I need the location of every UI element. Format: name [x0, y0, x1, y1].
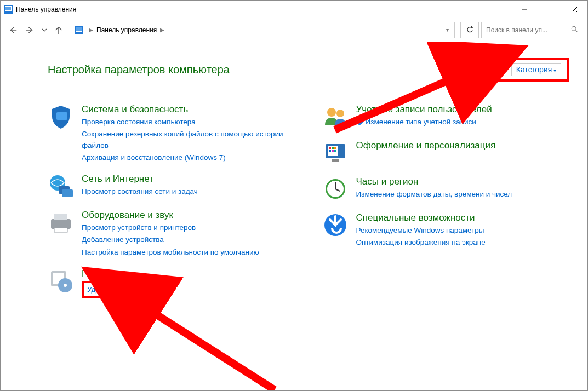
close-button[interactable] [562, 1, 587, 18]
globe-network-icon [48, 173, 74, 199]
categories-left-column: Система и безопасностьПроверка состояния… [48, 104, 295, 298]
shield-monitor-icon [48, 104, 74, 130]
up-button[interactable] [51, 22, 66, 38]
category-body: Система и безопасностьПроверка состояния… [82, 104, 295, 163]
search-placeholder: Поиск в панели уп... [486, 26, 547, 34]
category-title[interactable]: Программы [82, 268, 167, 280]
category-body: Оформление и персонализация [356, 140, 496, 166]
chevron-down-icon[interactable]: ▾ [443, 27, 452, 33]
category-link[interactable]: Настройка параметров мобильности по умол… [82, 247, 259, 258]
view-by-control: Просмотр: Категория [463, 58, 569, 82]
svg-rect-4 [547, 7, 552, 12]
category-link[interactable]: Сохранение резервных копий файлов с помо… [82, 129, 295, 151]
category-item: Оборудование и звукПросмотр устройств и … [48, 209, 295, 258]
back-button[interactable] [5, 22, 20, 38]
content-header: Настройка параметров компьютера Просмотр… [48, 58, 569, 82]
svg-rect-32 [329, 150, 331, 152]
control-panel-window: Панель управления ▶ Панель управления ▶ [0, 0, 588, 391]
chevron-right-icon: ▶ [85, 27, 96, 33]
address-bar[interactable]: ▶ Панель управления ▶ ▾ [72, 22, 455, 38]
category-title[interactable]: Система и безопасность [82, 104, 295, 116]
svg-point-26 [336, 110, 344, 117]
categories-container: Система и безопасностьПроверка состояния… [48, 104, 569, 298]
category-body: Оборудование и звукПросмотр устройств и … [82, 209, 259, 258]
annotation-highlight: Удаление программы [82, 281, 167, 298]
category-body: Учетные записи пользователейИзменение ти… [356, 104, 492, 130]
category-body: Сеть и ИнтернетПросмотр состояния сети и… [82, 173, 198, 199]
svg-rect-29 [329, 147, 331, 150]
svg-line-13 [575, 30, 577, 32]
svg-rect-11 [76, 27, 82, 31]
recent-dropdown[interactable] [40, 22, 49, 38]
svg-rect-35 [332, 159, 339, 162]
accessibility-icon [322, 212, 349, 238]
view-by-dropdown[interactable]: Категория [511, 63, 561, 76]
svg-rect-19 [54, 214, 67, 220]
printer-devices-icon [48, 209, 74, 235]
svg-rect-34 [334, 150, 336, 152]
content-area: Настройка параметров компьютера Просмотр… [1, 42, 587, 390]
category-body: Специальные возможностиРекомендуемые Win… [356, 212, 486, 249]
category-item: Специальные возможностиРекомендуемые Win… [322, 212, 569, 249]
category-link[interactable]: Добавление устройства [82, 234, 259, 245]
svg-rect-2 [5, 7, 11, 10]
category-item: Учетные записи пользователейИзменение ти… [322, 104, 569, 130]
minimize-button[interactable] [512, 1, 537, 18]
svg-rect-31 [334, 147, 336, 150]
category-title[interactable]: Оборудование и звук [82, 209, 259, 221]
categories-right-column: Учетные записи пользователейИзменение ти… [322, 104, 569, 298]
category-link[interactable]: Проверка состояния компьютера [82, 117, 295, 128]
category-item: Сеть и ИнтернетПросмотр состояния сети и… [48, 173, 295, 199]
category-link[interactable]: Изменение типа учетной записи [356, 117, 492, 128]
app-icon [4, 5, 13, 14]
category-title[interactable]: Специальные возможности [356, 212, 486, 224]
window-title: Панель управления [16, 5, 512, 13]
page-title: Настройка параметров компьютера [48, 64, 230, 76]
category-body: ПрограммыУдаление программы [82, 268, 167, 298]
search-box[interactable]: Поиск в панели уп... [481, 22, 583, 38]
titlebar: Панель управления [1, 1, 587, 18]
refresh-button[interactable] [460, 22, 479, 38]
view-by-label: Просмотр: [471, 65, 508, 74]
navbar: ▶ Панель управления ▶ ▾ Поиск в панели у… [1, 18, 587, 42]
category-link[interactable]: Просмотр состояния сети и задач [82, 186, 198, 197]
category-title[interactable]: Учетные записи пользователей [356, 104, 492, 116]
category-title[interactable]: Часы и регион [356, 176, 512, 188]
svg-line-42 [146, 308, 275, 390]
chevron-right-icon[interactable]: ▶ [157, 27, 168, 33]
category-item: Оформление и персонализация [322, 140, 569, 166]
svg-rect-17 [62, 189, 73, 197]
category-link[interactable]: Рекомендуемые Windows параметры [356, 225, 486, 236]
category-body: Часы и регионИзменение форматов даты, вр… [356, 176, 512, 202]
svg-rect-18 [51, 219, 71, 229]
address-icon [75, 26, 83, 34]
personalization-icon [322, 140, 349, 166]
category-link[interactable]: Удаление программы [87, 285, 161, 294]
programs-disc-icon [48, 268, 74, 294]
category-item: ПрограммыУдаление программы [48, 268, 295, 298]
svg-rect-30 [332, 147, 334, 150]
forward-button[interactable] [22, 22, 38, 38]
maximize-button[interactable] [537, 1, 562, 18]
category-link[interactable]: Изменение форматов даты, времени и чисел [356, 189, 512, 200]
svg-point-25 [327, 108, 336, 117]
clock-region-icon [322, 176, 349, 202]
user-accounts-icon [322, 104, 349, 130]
category-item: Система и безопасностьПроверка состояния… [48, 104, 295, 163]
window-controls [512, 1, 587, 18]
category-item: Часы и регионИзменение форматов даты, вр… [322, 176, 569, 202]
search-icon [571, 26, 578, 34]
svg-point-24 [64, 284, 67, 287]
svg-rect-20 [54, 228, 67, 232]
category-title[interactable]: Сеть и Интернет [82, 173, 198, 185]
svg-rect-14 [56, 112, 67, 120]
svg-rect-33 [332, 150, 334, 152]
breadcrumb-root[interactable]: Панель управления [96, 26, 157, 34]
annotation-arrow [127, 300, 291, 390]
category-link[interactable]: Архивация и восстановление (Windows 7) [82, 152, 295, 163]
category-title[interactable]: Оформление и персонализация [356, 140, 496, 152]
svg-point-12 [572, 26, 576, 31]
category-link[interactable]: Просмотр устройств и принтеров [82, 222, 259, 233]
category-link[interactable]: Оптимизация изображения на экране [356, 237, 486, 248]
